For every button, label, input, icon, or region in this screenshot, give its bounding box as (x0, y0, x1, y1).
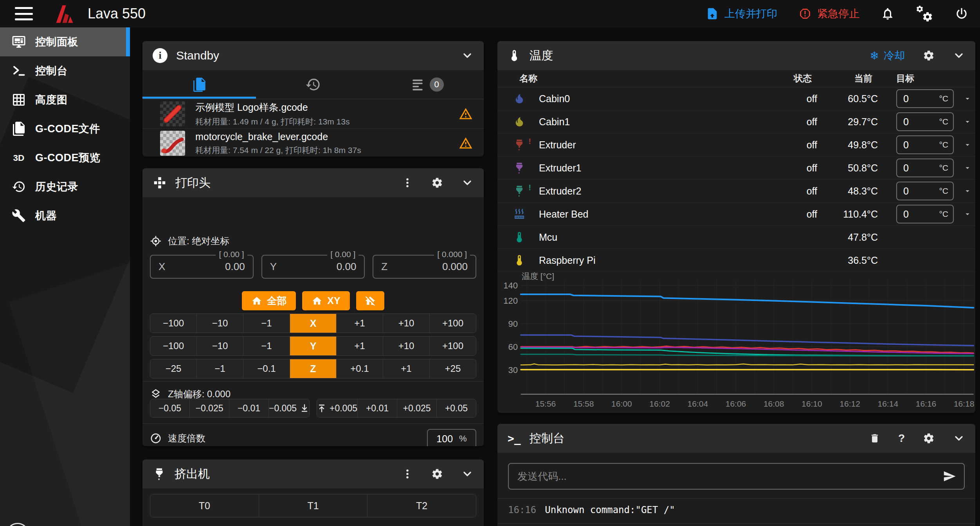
chevron-down-icon[interactable] (461, 49, 474, 62)
target-temp-input[interactable]: 0 °C (896, 135, 954, 154)
jog-button[interactable]: +1 (383, 359, 429, 378)
tool-t0-button[interactable]: T0 (150, 494, 259, 517)
power-button[interactable] (954, 6, 969, 21)
gcode-file-row[interactable]: 示例模型 Logo样条.gcode 耗材用量: 1.49 m / 4 g, 打印… (142, 99, 484, 128)
sensor-row: ! Extruder2 off 48.3°C 0 °C (497, 180, 975, 203)
gear-icon[interactable] (923, 432, 935, 444)
sidebar-item[interactable]: 控制面板 (0, 27, 130, 56)
jog-button[interactable]: +0.1 (336, 359, 383, 378)
jog-button[interactable]: +100 (429, 314, 476, 333)
svg-text:16:08: 16:08 (764, 399, 784, 408)
sensor-name: Cabin1 (539, 116, 766, 128)
target-preset-caret[interactable] (960, 164, 975, 172)
chevron-down-icon[interactable] (461, 468, 474, 480)
jog-button[interactable]: +25 (429, 359, 476, 378)
gear-icon[interactable] (923, 50, 935, 61)
target-temp-input[interactable]: 0 °C (896, 182, 954, 200)
zoffset-button[interactable]: +0.05 (436, 399, 476, 417)
target-preset-caret[interactable] (960, 187, 975, 195)
gcode-file-row[interactable]: motorcycle_brake_lever.gcode 耗材用量: 7.54 … (142, 128, 484, 157)
home-xy-button[interactable]: XY (302, 291, 349, 310)
sidebar-item-icon (11, 93, 27, 107)
jog-button[interactable]: +1 (336, 337, 383, 355)
zoffset-button[interactable]: +0.01 (357, 399, 397, 417)
zoffset-button[interactable]: −0.05 (150, 399, 189, 417)
jog-button[interactable]: −10 (196, 337, 243, 355)
upload-print-button[interactable]: 上传并打印 (706, 7, 777, 21)
temperature-chart: 14012090603015:5615:5816:0016:0216:0416:… (497, 272, 975, 413)
arrow-up-bar-icon (317, 404, 326, 413)
svg-text:16:06: 16:06 (726, 399, 746, 408)
sidebar-item[interactable]: G-CODE文件 (0, 114, 130, 143)
kebab-menu-icon[interactable] (402, 177, 413, 189)
tool-t2-button[interactable]: T2 (367, 494, 476, 517)
zoffset-button[interactable]: +0.005 (317, 399, 357, 417)
target-preset-caret[interactable] (960, 117, 975, 126)
jog-button[interactable]: −25 (150, 359, 196, 378)
gear-icon[interactable] (431, 468, 443, 480)
temperature-table-header: 名称 状态 当前 目标 (497, 70, 975, 87)
speed-factor-input[interactable]: 100 % (427, 429, 476, 446)
tab-gcode-files[interactable] (142, 70, 256, 99)
zoffset-button[interactable]: −0.025 (189, 399, 229, 417)
axis-position-field[interactable]: [ 0.000 ] Z 0.000 (373, 255, 476, 279)
svg-text:16:14: 16:14 (878, 399, 899, 408)
jog-button[interactable]: −1 (196, 359, 243, 378)
console-help-icon[interactable]: ? (898, 432, 905, 445)
home-all-button[interactable]: 全部 (242, 291, 296, 310)
jog-button[interactable]: +10 (383, 337, 429, 355)
target-preset-caret[interactable] (960, 141, 975, 149)
target-temp-input[interactable]: 0 °C (896, 159, 954, 177)
sidebar-item[interactable]: 高度图 (0, 85, 130, 114)
chevron-down-icon[interactable] (953, 49, 965, 62)
trash-icon[interactable] (869, 433, 880, 444)
sidebar-item[interactable]: 历史记录 (0, 172, 130, 201)
tool-selector: T0 T1 T2 (150, 494, 476, 517)
zoffset-button[interactable]: −0.005 (268, 399, 309, 417)
svg-text:30: 30 (508, 365, 518, 375)
jog-button[interactable]: +100 (429, 337, 476, 355)
console-command-input[interactable] (517, 470, 943, 483)
target-temp-unit: °C (939, 186, 948, 196)
jog-button[interactable]: +10 (383, 314, 429, 333)
target-preset-caret[interactable] (960, 210, 975, 218)
zoffset-button[interactable]: −0.01 (229, 399, 268, 417)
toolhead-title: 打印头 (175, 175, 211, 191)
gear-icon[interactable] (431, 177, 443, 189)
sidebar-item[interactable]: G-CODE预览 (0, 143, 130, 172)
jog-button[interactable]: −100 (150, 337, 196, 355)
notifications-button[interactable] (881, 7, 895, 21)
help-button[interactable]: ? (6, 523, 29, 526)
zoffset-up-group: +0.005 +0.01 +0.025 +0.05 (317, 399, 476, 418)
toolhead-panel: 打印头 位置: 绝对坐标 [ 0.00 ] X 0.00 [ 0.00 ] Y (142, 168, 484, 446)
target-temp-input[interactable]: 0 °C (896, 205, 954, 223)
target-temp-input[interactable]: 0 °C (896, 112, 954, 131)
zoffset-button[interactable]: +0.025 (397, 399, 436, 417)
settings-button[interactable] (916, 5, 933, 22)
jog-button[interactable]: +1 (336, 314, 383, 333)
jog-button[interactable]: −1 (243, 314, 290, 333)
target-preset-caret[interactable] (960, 94, 975, 103)
menu-icon[interactable] (15, 7, 33, 20)
home-z-disabled-button[interactable] (356, 291, 384, 310)
target-temp-input[interactable]: 0 °C (896, 89, 954, 108)
jog-button[interactable]: −0.1 (243, 359, 290, 378)
alert-octagon-icon (798, 7, 812, 20)
sidebar-item[interactable]: 机器 (0, 201, 130, 230)
jog-button[interactable]: −10 (196, 314, 243, 333)
sidebar-item[interactable]: 控制台 (0, 56, 130, 85)
emergency-stop-button[interactable]: 紧急停止 (798, 7, 859, 21)
axis-position-field[interactable]: [ 0.00 ] Y 0.00 (261, 255, 365, 279)
tab-history[interactable] (256, 70, 370, 99)
cooldown-button[interactable]: ❄ 冷却 (870, 49, 905, 63)
send-icon[interactable] (943, 470, 956, 483)
jog-button[interactable]: −100 (150, 314, 196, 333)
chevron-down-icon[interactable] (461, 177, 474, 189)
tool-t1-button[interactable]: T1 (259, 494, 368, 517)
chevron-down-icon[interactable] (953, 432, 965, 445)
kebab-menu-icon[interactable] (402, 468, 413, 480)
axis-position-field[interactable]: [ 0.00 ] X 0.00 (150, 255, 254, 279)
tab-queue[interactable]: 0 (370, 70, 484, 99)
jog-button[interactable]: −1 (243, 337, 290, 355)
svg-text:16:10: 16:10 (802, 399, 822, 408)
